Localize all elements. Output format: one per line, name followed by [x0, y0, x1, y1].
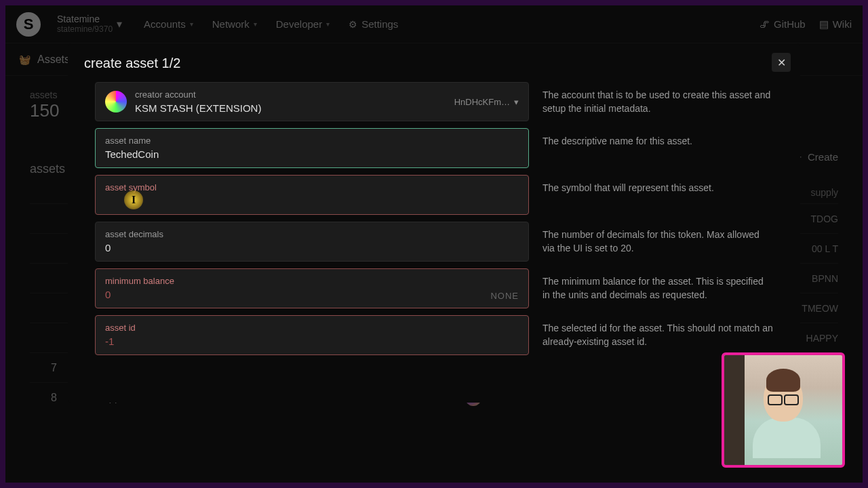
field-label: asset name [105, 136, 519, 146]
minimum-balance-input[interactable] [105, 289, 519, 300]
asset-decimals-field[interactable]: asset decimals [95, 222, 529, 262]
field-label: minimum balance [105, 276, 519, 286]
field-label: asset id [105, 323, 519, 333]
asset-decimals-input[interactable] [105, 242, 519, 253]
close-button[interactable]: ✕ [772, 53, 791, 72]
creator-account-field[interactable]: creator account KSM STASH (EXTENSION) Hn… [95, 82, 529, 121]
close-icon: ✕ [777, 56, 786, 69]
asset-id-field[interactable]: asset id [95, 315, 529, 355]
account-name: KSM STASH (EXTENSION) [135, 102, 446, 114]
field-description: The symbol that will represent this asse… [542, 175, 773, 195]
app-window: S Statemine statemine/9370 ▾ Accounts▾ N… [5, 5, 863, 483]
identicon [105, 91, 127, 113]
asset-name-field[interactable]: asset name [95, 128, 529, 168]
field-description: The number of decimals for this token. M… [542, 222, 773, 255]
asset-id-input[interactable] [105, 336, 519, 347]
account-address: HnDHcKFm… ▾ [454, 97, 519, 107]
create-asset-modal: create asset 1/2 ✕ creator account KSM S… [68, 43, 800, 403]
minimum-balance-field[interactable]: minimum balance NONE [95, 268, 529, 308]
field-label: asset decimals [105, 229, 519, 239]
field-description: The minimum balance for the asset. This … [542, 268, 773, 302]
field-description: The account that is to be used to create… [542, 82, 773, 115]
asset-symbol-field[interactable]: asset symbol [95, 175, 529, 215]
webcam-overlay [722, 352, 845, 468]
modal-title: create asset 1/2 [84, 56, 784, 71]
asset-symbol-input[interactable] [105, 195, 519, 207]
person-silhouette [753, 374, 814, 455]
field-label: asset symbol [105, 182, 519, 192]
chevron-down-icon: ▾ [514, 97, 519, 107]
field-description: The selected id for the asset. This shou… [542, 315, 773, 348]
asset-name-input[interactable] [105, 148, 519, 160]
field-label: creator account [135, 89, 446, 100]
unit-suffix: NONE [490, 291, 519, 301]
field-description: The descriptive name for this asset. [542, 128, 773, 148]
